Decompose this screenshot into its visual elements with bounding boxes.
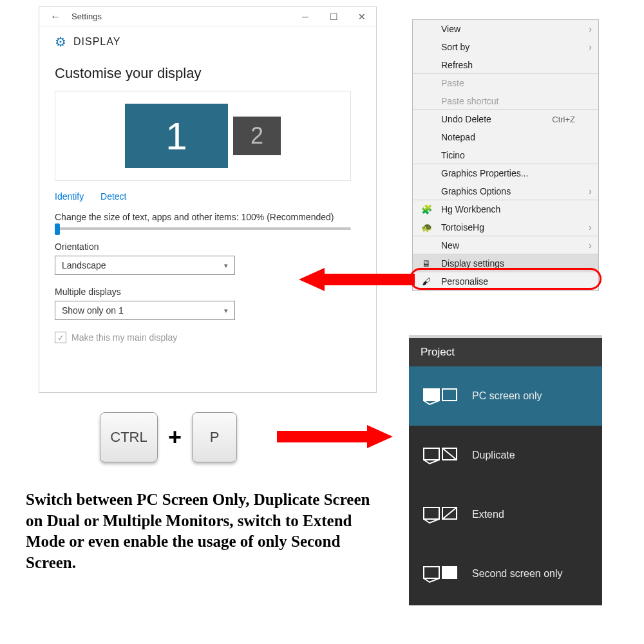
menu-label: Notepad [441, 132, 475, 142]
menu-ticino[interactable]: Ticino [413, 146, 598, 164]
menu-graphics-properties[interactable]: Graphics Properties... [413, 164, 598, 182]
detect-link[interactable]: Detect [100, 191, 126, 202]
menu-label: New [441, 240, 459, 251]
menu-label: View [441, 24, 460, 34]
chevron-right-icon: › [589, 186, 592, 196]
main-display-checkbox: ✓ Make this my main display [55, 332, 361, 343]
menu-undo[interactable]: Undo Delete Ctrl+Z [413, 110, 598, 128]
project-extend[interactable]: Extend [409, 485, 602, 544]
chevron-right-icon: › [589, 222, 592, 232]
menu-label: Graphics Options [441, 186, 511, 196]
keyboard-shortcut: CTRL + P [100, 412, 237, 462]
scale-label: Change the size of text, apps and other … [55, 212, 361, 222]
menu-label: Undo Delete [441, 114, 491, 124]
menu-shortcut: Ctrl+Z [552, 115, 575, 124]
display-arrangement[interactable]: 1 2 [55, 91, 351, 181]
menu-new[interactable]: New › [413, 236, 598, 254]
display-2[interactable]: 2 [233, 117, 281, 155]
multiple-value: Show only on 1 [62, 305, 124, 316]
second-only-icon [423, 563, 458, 585]
maximize-button[interactable]: ☐ [319, 12, 348, 22]
menu-view[interactable]: View › [413, 20, 598, 38]
duplicate-icon [423, 444, 458, 466]
hg-icon: 🧩 [421, 204, 432, 214]
gear-icon: ⚙ [55, 34, 67, 50]
ctrl-key: CTRL [100, 412, 158, 462]
personalise-icon: 🖌 [421, 276, 432, 287]
menu-label: Paste shortcut [441, 96, 499, 106]
monitor-icon: 🖥 [421, 258, 432, 269]
menu-hg-workbench[interactable]: 🧩 Hg Workbench [413, 200, 598, 218]
menu-label: Refresh [441, 60, 473, 70]
svg-rect-0 [424, 389, 439, 401]
red-arrow-left [299, 268, 415, 290]
menu-label: Hg Workbench [441, 204, 500, 214]
plus-sign: + [168, 424, 182, 451]
menu-paste: Paste [413, 74, 598, 92]
extend-icon [423, 504, 458, 526]
menu-refresh[interactable]: Refresh [413, 56, 598, 74]
orientation-label: Orientation [55, 242, 361, 252]
chevron-right-icon: › [589, 24, 592, 34]
option-label: PC screen only [472, 390, 542, 402]
menu-personalise[interactable]: 🖌 Personalise [413, 272, 598, 290]
desktop-context-menu: View › Sort by › Refresh Paste Paste sho… [412, 19, 599, 291]
main-display-label: Make this my main display [71, 332, 177, 343]
scale-slider[interactable] [55, 227, 351, 230]
menu-label: Personalise [441, 276, 488, 287]
option-label: Duplicate [472, 450, 515, 461]
project-pc-only[interactable]: PC screen only [409, 366, 602, 426]
menu-label: Ticino [441, 150, 465, 160]
menu-label: Display settings [441, 258, 504, 269]
menu-label: Graphics Properties... [441, 168, 528, 178]
caption-text: Switch between PC Screen Only, Duplicate… [26, 489, 386, 573]
identify-link[interactable]: Identify [55, 191, 84, 202]
option-label: Second screen only [472, 568, 563, 580]
menu-label: Paste [441, 78, 464, 88]
svg-rect-3 [424, 507, 439, 519]
page-header: ⚙ DISPLAY [39, 26, 376, 59]
svg-rect-5 [442, 567, 457, 578]
chevron-down-icon: ▾ [224, 307, 228, 315]
orientation-value: Landscape [62, 260, 106, 270]
chevron-right-icon: › [589, 240, 592, 251]
svg-rect-2 [424, 448, 439, 460]
menu-graphics-options[interactable]: Graphics Options › [413, 182, 598, 200]
tortoise-icon: 🐢 [421, 222, 432, 232]
project-panel: Project PC screen only Duplicate Extend … [409, 335, 602, 605]
app-title: Settings [71, 12, 291, 21]
orientation-dropdown[interactable]: Landscape ▾ [55, 256, 235, 275]
option-label: Extend [472, 509, 504, 520]
header-title: DISPLAY [73, 36, 120, 48]
project-title: Project [409, 338, 602, 366]
p-key: P [192, 412, 237, 462]
section-title: Customise your display [55, 65, 361, 82]
menu-label: Sort by [441, 42, 469, 52]
project-second-only[interactable]: Second screen only [409, 544, 602, 603]
display-1[interactable]: 1 [125, 104, 228, 168]
project-duplicate[interactable]: Duplicate [409, 426, 602, 485]
menu-paste-shortcut: Paste shortcut [413, 92, 598, 110]
svg-rect-1 [442, 389, 457, 401]
back-button[interactable]: ← [39, 11, 71, 23]
settings-window: ← Settings ─ ☐ ✕ ⚙ DISPLAY Customise you… [39, 6, 377, 393]
menu-display-settings[interactable]: 🖥 Display settings [413, 254, 598, 272]
minimize-button[interactable]: ─ [291, 12, 319, 22]
red-arrow-right [277, 425, 393, 447]
menu-label: TortoiseHg [441, 222, 484, 232]
window-titlebar: ← Settings ─ ☐ ✕ [39, 7, 376, 26]
pc-only-icon [423, 385, 458, 407]
close-button[interactable]: ✕ [348, 12, 376, 22]
menu-tortoisehg[interactable]: 🐢 TortoiseHg › [413, 218, 598, 236]
menu-sort[interactable]: Sort by › [413, 38, 598, 56]
checkbox-icon: ✓ [55, 332, 66, 343]
svg-rect-4 [424, 567, 439, 578]
multiple-dropdown[interactable]: Show only on 1 ▾ [55, 301, 235, 320]
chevron-right-icon: › [589, 42, 592, 52]
menu-notepad[interactable]: Notepad [413, 128, 598, 146]
chevron-down-icon: ▾ [224, 261, 228, 270]
